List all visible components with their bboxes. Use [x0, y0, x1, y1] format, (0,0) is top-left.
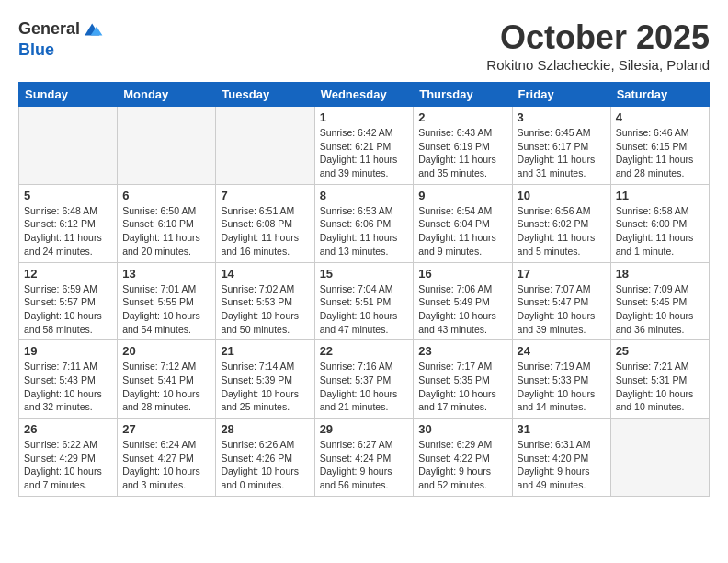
day-info: Sunrise: 7:07 AM Sunset: 5:47 PM Dayligh…: [518, 282, 606, 337]
day-number: 8: [320, 189, 409, 202]
day-number: 14: [221, 267, 309, 281]
day-number: 15: [320, 267, 409, 281]
week-row-5: 26Sunrise: 6:22 AM Sunset: 4:29 PM Dayli…: [19, 419, 710, 497]
day-number: 5: [24, 189, 112, 202]
day-info: Sunrise: 6:56 AM Sunset: 6:02 PM Dayligh…: [518, 204, 606, 259]
calendar-cell: 10Sunrise: 6:56 AM Sunset: 6:02 PM Dayli…: [512, 184, 610, 262]
day-number: 22: [320, 344, 409, 358]
day-number: 12: [24, 267, 112, 281]
day-info: Sunrise: 6:24 AM Sunset: 4:27 PM Dayligh…: [122, 438, 210, 492]
day-number: 27: [122, 422, 210, 436]
day-info: Sunrise: 6:29 AM Sunset: 4:22 PM Dayligh…: [418, 438, 506, 492]
day-number: 29: [320, 422, 409, 436]
calendar-cell: 26Sunrise: 6:22 AM Sunset: 4:29 PM Dayli…: [19, 419, 118, 497]
weekday-header-monday: Monday: [118, 83, 216, 107]
day-info: Sunrise: 7:14 AM Sunset: 5:39 PM Dayligh…: [221, 360, 309, 414]
month-title: October 2025: [486, 18, 710, 57]
day-info: Sunrise: 7:09 AM Sunset: 5:45 PM Dayligh…: [616, 282, 704, 337]
day-number: 18: [616, 267, 704, 281]
calendar-cell: 23Sunrise: 7:17 AM Sunset: 5:35 PM Dayli…: [414, 340, 512, 419]
day-info: Sunrise: 6:53 AM Sunset: 6:06 PM Dayligh…: [320, 204, 409, 259]
day-number: 19: [24, 344, 112, 358]
week-row-3: 12Sunrise: 6:59 AM Sunset: 5:57 PM Dayli…: [19, 262, 710, 340]
day-info: Sunrise: 6:59 AM Sunset: 5:57 PM Dayligh…: [24, 282, 112, 337]
logo-blue: Blue: [18, 40, 104, 61]
calendar-cell: 30Sunrise: 6:29 AM Sunset: 4:22 PM Dayli…: [414, 419, 512, 497]
title-block: October 2025 Rokitno Szlacheckie, Silesi…: [486, 18, 710, 73]
logo-general: General: [18, 19, 80, 40]
logo: General Blue: [18, 18, 104, 61]
calendar-cell: 9Sunrise: 6:54 AM Sunset: 6:04 PM Daylig…: [414, 184, 512, 262]
week-row-1: 1Sunrise: 6:42 AM Sunset: 6:21 PM Daylig…: [19, 107, 710, 185]
day-number: 16: [418, 267, 506, 281]
calendar-cell: 8Sunrise: 6:53 AM Sunset: 6:06 PM Daylig…: [314, 184, 414, 262]
calendar-cell: 19Sunrise: 7:11 AM Sunset: 5:43 PM Dayli…: [19, 340, 118, 419]
calendar-cell: 12Sunrise: 6:59 AM Sunset: 5:57 PM Dayli…: [19, 262, 118, 340]
day-number: 20: [122, 344, 210, 358]
day-info: Sunrise: 6:51 AM Sunset: 6:08 PM Dayligh…: [221, 204, 309, 259]
day-number: 4: [616, 110, 704, 124]
calendar-cell: [118, 107, 216, 185]
day-info: Sunrise: 6:58 AM Sunset: 6:00 PM Dayligh…: [616, 204, 704, 259]
day-info: Sunrise: 7:12 AM Sunset: 5:41 PM Dayligh…: [122, 360, 210, 414]
day-number: 23: [418, 344, 506, 358]
calendar-cell: 1Sunrise: 6:42 AM Sunset: 6:21 PM Daylig…: [314, 107, 414, 185]
weekday-header-tuesday: Tuesday: [216, 83, 314, 107]
location: Rokitno Szlacheckie, Silesia, Poland: [486, 57, 710, 73]
day-info: Sunrise: 7:11 AM Sunset: 5:43 PM Dayligh…: [24, 360, 112, 414]
weekday-header-row: SundayMondayTuesdayWednesdayThursdayFrid…: [19, 83, 710, 107]
day-info: Sunrise: 7:04 AM Sunset: 5:51 PM Dayligh…: [320, 282, 409, 337]
calendar-cell: 18Sunrise: 7:09 AM Sunset: 5:45 PM Dayli…: [610, 262, 709, 340]
weekday-header-sunday: Sunday: [19, 83, 118, 107]
day-number: 10: [518, 189, 606, 202]
calendar-cell: 6Sunrise: 6:50 AM Sunset: 6:10 PM Daylig…: [118, 184, 216, 262]
day-info: Sunrise: 7:19 AM Sunset: 5:33 PM Dayligh…: [518, 360, 606, 414]
day-info: Sunrise: 7:02 AM Sunset: 5:53 PM Dayligh…: [221, 282, 309, 337]
week-row-4: 19Sunrise: 7:11 AM Sunset: 5:43 PM Dayli…: [19, 340, 710, 419]
day-info: Sunrise: 7:01 AM Sunset: 5:55 PM Dayligh…: [122, 282, 210, 337]
calendar-cell: [19, 107, 118, 185]
calendar-cell: 16Sunrise: 7:06 AM Sunset: 5:49 PM Dayli…: [414, 262, 512, 340]
day-info: Sunrise: 6:22 AM Sunset: 4:29 PM Dayligh…: [24, 438, 112, 492]
weekday-header-wednesday: Wednesday: [314, 83, 414, 107]
day-info: Sunrise: 6:48 AM Sunset: 6:12 PM Dayligh…: [24, 204, 112, 259]
day-number: 11: [616, 189, 704, 202]
calendar-cell: 28Sunrise: 6:26 AM Sunset: 4:26 PM Dayli…: [216, 419, 314, 497]
calendar-cell: 13Sunrise: 7:01 AM Sunset: 5:55 PM Dayli…: [118, 262, 216, 340]
day-info: Sunrise: 6:43 AM Sunset: 6:19 PM Dayligh…: [418, 126, 506, 180]
calendar-cell: 22Sunrise: 7:16 AM Sunset: 5:37 PM Dayli…: [314, 340, 414, 419]
weekday-header-thursday: Thursday: [414, 83, 512, 107]
day-number: 2: [418, 110, 506, 124]
calendar-cell: 31Sunrise: 6:31 AM Sunset: 4:20 PM Dayli…: [512, 419, 610, 497]
calendar-cell: 11Sunrise: 6:58 AM Sunset: 6:00 PM Dayli…: [610, 184, 709, 262]
calendar-cell: 7Sunrise: 6:51 AM Sunset: 6:08 PM Daylig…: [216, 184, 314, 262]
day-info: Sunrise: 6:46 AM Sunset: 6:15 PM Dayligh…: [616, 126, 704, 180]
calendar-cell: 29Sunrise: 6:27 AM Sunset: 4:24 PM Dayli…: [314, 419, 414, 497]
day-info: Sunrise: 6:50 AM Sunset: 6:10 PM Dayligh…: [122, 204, 210, 259]
calendar-cell: 20Sunrise: 7:12 AM Sunset: 5:41 PM Dayli…: [118, 340, 216, 419]
day-info: Sunrise: 7:06 AM Sunset: 5:49 PM Dayligh…: [418, 282, 506, 337]
calendar-cell: 5Sunrise: 6:48 AM Sunset: 6:12 PM Daylig…: [19, 184, 118, 262]
calendar-cell: 14Sunrise: 7:02 AM Sunset: 5:53 PM Dayli…: [216, 262, 314, 340]
calendar-cell: 3Sunrise: 6:45 AM Sunset: 6:17 PM Daylig…: [512, 107, 610, 185]
day-number: 7: [221, 189, 309, 202]
day-info: Sunrise: 7:21 AM Sunset: 5:31 PM Dayligh…: [616, 360, 704, 414]
day-number: 9: [418, 189, 506, 202]
calendar-cell: [610, 419, 709, 497]
day-info: Sunrise: 6:27 AM Sunset: 4:24 PM Dayligh…: [320, 438, 409, 492]
weekday-header-saturday: Saturday: [610, 83, 709, 107]
calendar-cell: 15Sunrise: 7:04 AM Sunset: 5:51 PM Dayli…: [314, 262, 414, 340]
day-info: Sunrise: 7:17 AM Sunset: 5:35 PM Dayligh…: [418, 360, 506, 414]
day-info: Sunrise: 6:54 AM Sunset: 6:04 PM Dayligh…: [418, 204, 506, 259]
day-info: Sunrise: 6:26 AM Sunset: 4:26 PM Dayligh…: [221, 438, 309, 492]
day-number: 28: [221, 422, 309, 436]
logo-icon: [82, 18, 104, 40]
day-number: 21: [221, 344, 309, 358]
day-number: 3: [518, 110, 606, 124]
weekday-header-friday: Friday: [512, 83, 610, 107]
day-number: 26: [24, 422, 112, 436]
day-number: 17: [518, 267, 606, 281]
calendar: SundayMondayTuesdayWednesdayThursdayFrid…: [18, 82, 710, 497]
day-number: 1: [320, 110, 409, 124]
day-info: Sunrise: 6:31 AM Sunset: 4:20 PM Dayligh…: [518, 438, 606, 492]
